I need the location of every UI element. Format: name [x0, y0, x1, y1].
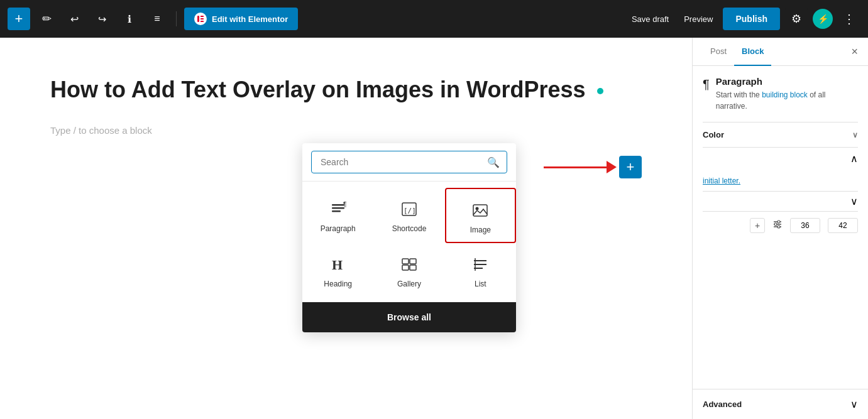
undo-icon: ↩ — [70, 13, 79, 25]
highlight-link[interactable]: building block — [762, 90, 808, 99]
info-button[interactable]: ℹ — [118, 8, 141, 30]
tab-block[interactable]: Block — [734, 38, 771, 66]
status-dot — [597, 88, 603, 94]
arrow-line — [544, 166, 607, 168]
add-typography-button[interactable]: + — [750, 218, 765, 233]
performance-button[interactable]: ⚡ — [813, 9, 833, 29]
browse-all-button[interactable]: Browse all — [302, 302, 516, 332]
chevron-down-icon-2: ∨ — [850, 195, 858, 207]
block-search-input[interactable] — [311, 151, 507, 173]
undo-button[interactable]: ↩ — [63, 8, 85, 30]
font-size-input[interactable] — [790, 218, 820, 233]
gallery-block-label: Gallery — [397, 280, 421, 288]
block-item-shortcode[interactable]: [/] Shortcode — [373, 188, 444, 243]
initial-letter-link[interactable]: initial letter. — [703, 177, 740, 185]
svg-rect-2 — [201, 18, 204, 19]
svg-point-26 — [777, 226, 780, 228]
bolt-icon: ⚡ — [818, 14, 828, 24]
toolbar-right-section: Save draft Preview Publish ⚙ ⚡ ⋮ — [627, 8, 860, 30]
dropdown-row[interactable]: ∨ — [703, 191, 858, 211]
right-sidebar: Post Block × ¶ Paragraph Start with the … — [692, 38, 868, 419]
initial-letter-section: initial letter. — [703, 170, 858, 191]
menu-icon: ≡ — [154, 13, 160, 24]
edit-elementor-button[interactable]: Edit with Elementor — [184, 8, 298, 30]
block-item-paragraph[interactable]: ¶ Paragraph — [302, 188, 373, 243]
typography-controls-row: + — [703, 211, 858, 239]
block-search-wrap: 🔍 — [302, 143, 516, 182]
svg-rect-10 — [473, 205, 487, 216]
arrow-head — [607, 161, 617, 173]
add-block-inline-button[interactable]: + — [619, 156, 642, 178]
shortcode-block-icon: [/] — [398, 198, 420, 220]
initial-letter-text: initial letter. — [703, 177, 740, 185]
color-section-header[interactable]: Color ∨ — [703, 130, 858, 139]
publish-button[interactable]: Publish — [723, 8, 780, 30]
settings-button[interactable]: ⚙ — [785, 8, 808, 30]
block-item-list[interactable]: List — [445, 243, 516, 296]
block-item-gallery[interactable]: Gallery — [373, 243, 444, 296]
shortcode-block-label: Shortcode — [392, 224, 427, 233]
svg-rect-5 — [332, 207, 344, 209]
main-layout: How to Add Text Overlay on Images in Wor… — [0, 38, 868, 419]
more-options-button[interactable]: ⋮ — [838, 8, 860, 30]
svg-rect-0 — [197, 16, 199, 22]
image-block-label: Image — [470, 226, 491, 234]
gear-icon: ⚙ — [791, 12, 801, 26]
color-section-label: Color — [703, 130, 724, 139]
svg-rect-13 — [402, 259, 409, 264]
chevron-down-icon: ∨ — [852, 131, 858, 139]
svg-rect-14 — [410, 259, 416, 264]
heading-block-icon: H — [327, 253, 349, 276]
collapsed-section[interactable]: ∧ — [703, 147, 858, 170]
block-panel-title: Paragraph — [716, 76, 858, 87]
pencil-icon-button[interactable]: ✏ — [35, 8, 58, 30]
block-panel-description: Start with the building block of all nar… — [716, 89, 858, 112]
block-item-image[interactable]: Image — [445, 188, 516, 243]
svg-rect-4 — [332, 204, 344, 206]
pencil-icon: ✏ — [42, 12, 52, 26]
main-toolbar: + ✏ ↩ ↪ ℹ ≡ Edit with Elementor Save dra… — [0, 0, 868, 38]
block-panel: ¶ Paragraph Start with the building bloc… — [693, 66, 868, 389]
heading-block-label: Heading — [324, 280, 352, 288]
chevron-up-icon: ∧ — [850, 153, 858, 165]
image-block-icon — [469, 199, 492, 222]
block-grid: ¶ Paragraph [/] Shortcode — [302, 182, 516, 302]
redo-icon: ↪ — [98, 13, 106, 25]
svg-rect-15 — [402, 265, 409, 270]
add-block-toolbar-button[interactable]: + — [8, 8, 30, 30]
svg-rect-16 — [410, 265, 416, 270]
svg-rect-6 — [332, 210, 341, 212]
list-block-icon — [469, 253, 492, 276]
toolbar-separator — [176, 11, 177, 26]
red-arrow-indicator — [544, 161, 617, 173]
tab-post[interactable]: Post — [703, 38, 734, 66]
color-section: Color ∨ — [703, 122, 858, 147]
line-height-input[interactable] — [828, 218, 858, 233]
sidebar-close-button[interactable]: × — [851, 38, 858, 65]
svg-text:H: H — [332, 257, 343, 273]
svg-rect-3 — [201, 21, 204, 22]
paragraph-block-icon: ¶ — [327, 198, 349, 220]
block-placeholder[interactable]: Type / to choose a block — [50, 125, 642, 136]
elementor-logo-icon — [194, 13, 207, 25]
block-picker-popup: 🔍 ¶ Paragraph — [302, 143, 516, 332]
advanced-section[interactable]: Advanced ∨ — [693, 389, 868, 419]
save-draft-button[interactable]: Save draft — [627, 14, 674, 24]
edit-elementor-label: Edit with Elementor — [212, 14, 288, 24]
menu-button[interactable]: ≡ — [146, 8, 168, 30]
preview-button[interactable]: Preview — [679, 14, 718, 24]
svg-point-25 — [774, 223, 777, 226]
sidebar-tabs: Post Block × — [693, 38, 868, 66]
svg-text:¶: ¶ — [343, 201, 346, 208]
typography-settings-button[interactable] — [772, 219, 783, 232]
advanced-chevron-down-icon: ∨ — [850, 398, 858, 410]
gallery-block-icon — [398, 253, 420, 276]
dots-icon: ⋮ — [843, 11, 855, 26]
search-icon: 🔍 — [487, 156, 500, 168]
post-title[interactable]: How to Add Text Overlay on Images in Wor… — [50, 75, 642, 105]
svg-point-11 — [476, 207, 479, 210]
svg-rect-1 — [201, 16, 204, 17]
block-item-heading[interactable]: H Heading — [302, 243, 373, 296]
info-icon: ℹ — [128, 13, 131, 25]
redo-button[interactable]: ↪ — [91, 8, 113, 30]
